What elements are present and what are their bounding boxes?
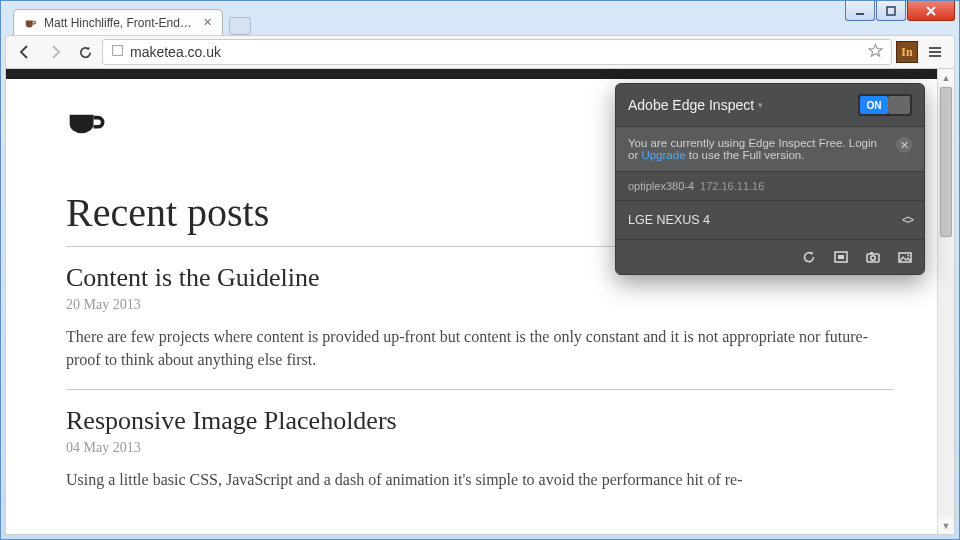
minimize-button[interactable] [845,1,875,21]
screenshot-folder-icon[interactable] [896,248,914,266]
chrome-menu-button[interactable] [922,39,948,65]
favicon-cup-icon [24,16,38,30]
edge-inspect-extension-icon[interactable]: In [896,41,918,63]
browser-window: Matt Hinchliffe, Front-End… ✕ maketea.co… [0,0,960,540]
divider [66,389,894,390]
post-item: Content is the Guideline 20 May 2013 The… [66,263,894,371]
device-expand-icon[interactable]: <> [902,213,912,227]
upgrade-notice: You are currently using Edge Inspect Fre… [616,126,924,172]
post-date: 20 May 2013 [66,297,894,313]
scroll-up-arrow-icon[interactable]: ▲ [938,69,954,86]
dropdown-caret-icon[interactable]: ▾ [758,100,763,110]
svg-rect-9 [838,255,844,259]
upgrade-link[interactable]: Upgrade [641,149,685,161]
refresh-icon[interactable] [800,248,818,266]
toggle-on-label: ON [860,96,888,114]
svg-point-11 [871,256,876,261]
maximize-button[interactable] [876,1,906,21]
notice-text-post: to use the Full version. [686,149,805,161]
toggle-knob [888,96,910,114]
page-top-bar [6,69,954,79]
post-date: 04 May 2013 [66,440,894,456]
device-name: LGE NEXUS 4 [628,213,710,227]
vertical-scrollbar[interactable]: ▲ ▼ [937,69,954,534]
svg-point-14 [907,255,909,257]
bookmark-star-icon[interactable] [868,43,883,61]
url-text: maketea.co.uk [130,44,221,60]
device-row[interactable]: LGE NEXUS 4 <> [616,201,924,240]
browser-tab[interactable]: Matt Hinchliffe, Front-End… ✕ [13,9,223,35]
edge-inspect-popover: Adobe Edge Inspect ▾ ON You are currentl… [615,83,925,275]
popover-title-text: Adobe Edge Inspect [628,97,754,113]
tab-strip: Matt Hinchliffe, Front-End… ✕ [13,9,251,35]
site-logo-cup-icon [66,109,110,139]
host-ip: 172.16.11.16 [700,180,764,192]
sync-toggle[interactable]: ON [858,94,912,116]
new-tab-button[interactable] [229,17,251,35]
popover-toolbar [616,240,924,274]
dismiss-notice-icon[interactable]: ✕ [896,137,912,153]
forward-button[interactable] [42,39,68,65]
tab-close-icon[interactable]: ✕ [202,16,214,28]
post-item: Responsive Image Placeholders 04 May 201… [66,406,894,491]
popover-title: Adobe Edge Inspect ▾ [628,97,763,113]
popover-header: Adobe Edge Inspect ▾ ON [616,84,924,126]
tab-title: Matt Hinchliffe, Front-End… [44,16,192,30]
fullscreen-icon[interactable] [832,248,850,266]
host-row: optiplex380-4172.16.11.16 [616,172,924,201]
popover-arrow-icon [888,83,904,84]
browser-toolbar: maketea.co.uk In [5,35,955,69]
post-excerpt: There are few projects where content is … [66,325,894,371]
address-bar[interactable]: maketea.co.uk [102,39,892,65]
camera-icon[interactable] [864,248,882,266]
window-controls [844,1,955,21]
close-button[interactable] [907,1,955,21]
site-identity-icon [111,44,124,60]
svg-rect-1 [887,7,895,15]
reload-button[interactable] [72,39,98,65]
host-name: optiplex380-4 [628,180,694,192]
back-button[interactable] [12,39,38,65]
scroll-down-arrow-icon[interactable]: ▼ [938,517,954,534]
scrollbar-thumb[interactable] [940,87,952,237]
extension-badge-label: In [901,45,912,60]
post-title[interactable]: Responsive Image Placeholders [66,406,894,436]
post-excerpt: Using a little basic CSS, JavaScript and… [66,468,894,491]
svg-rect-12 [870,252,873,254]
svg-rect-4 [113,46,123,56]
